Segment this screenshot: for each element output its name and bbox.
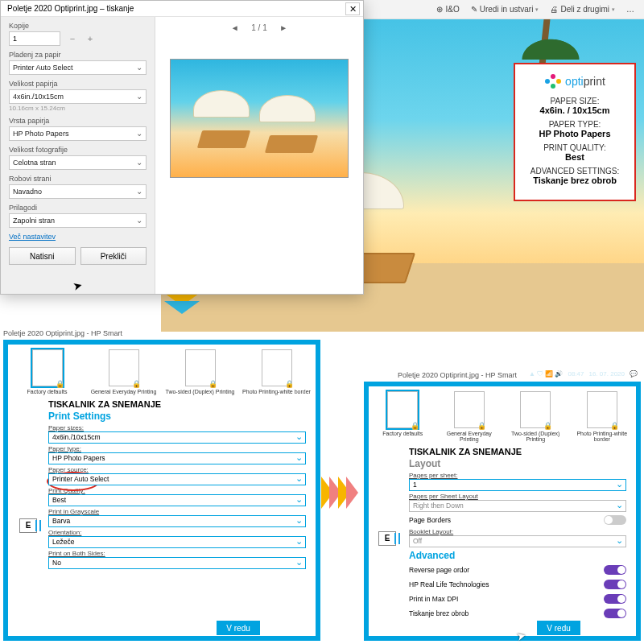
both-sides-select[interactable]: No bbox=[48, 557, 306, 569]
paper-source-select[interactable]: Printer Auto Select bbox=[48, 473, 306, 485]
preset-photo[interactable]: 🔒Photo Printing-white border bbox=[572, 391, 634, 442]
print-button[interactable]: Natisni bbox=[9, 247, 76, 265]
copies-minus[interactable]: − bbox=[67, 34, 78, 43]
orientation-select[interactable]: Ležeče bbox=[48, 536, 306, 548]
system-tray: ▲ 🛡 📶 🔊 08:47 16. 07. 2020 💬 bbox=[529, 367, 638, 380]
brand-logo: optiprint bbox=[520, 72, 630, 90]
grayscale-select[interactable]: Barva bbox=[48, 515, 306, 527]
window-title: Poletje 2020 Optiprint.jpg - HP Smart bbox=[398, 371, 517, 379]
more-settings-link[interactable]: Več nastavitev bbox=[9, 233, 147, 241]
print-preview bbox=[170, 59, 349, 178]
real-life-toggle[interactable] bbox=[604, 580, 626, 589]
fit-select[interactable]: Zapolni stran bbox=[9, 213, 147, 228]
paper-type-select[interactable]: HP Photo Papers bbox=[48, 452, 306, 464]
subsection-heading: Print Settings bbox=[8, 409, 316, 423]
preset-duplex[interactable]: 🔒Two-sided (Duplex) Printing bbox=[164, 349, 236, 394]
topbar-more[interactable]: … bbox=[626, 5, 634, 14]
booklet-layout-select[interactable]: Off bbox=[409, 535, 626, 547]
envelope-icon: E bbox=[19, 518, 37, 533]
sheet-layout-select[interactable]: Right then Down bbox=[409, 500, 626, 512]
topbar-item[interactable]: ⊕ I&O bbox=[436, 5, 459, 14]
paper-size-select[interactable]: 4x6in./10x15cm bbox=[9, 89, 147, 104]
preset-duplex[interactable]: 🔒Two-sided (Duplex) Printing bbox=[505, 391, 567, 442]
close-button[interactable]: ✕ bbox=[345, 2, 360, 15]
paper-type-select[interactable]: HP Photo Papers bbox=[9, 126, 147, 141]
preset-general[interactable]: 🔒General Everyday Printing bbox=[439, 391, 501, 442]
cancel-button[interactable]: Prekliči bbox=[266, 620, 312, 636]
paper-sizes-select[interactable]: 4x6in./10x15cm bbox=[48, 431, 306, 444]
ok-button[interactable]: V redu bbox=[216, 620, 260, 636]
max-dpi-toggle[interactable] bbox=[604, 594, 626, 604]
preset-factory-defaults[interactable]: 🔒Factory defaults bbox=[11, 349, 83, 394]
section-heading: TISKALNIK ZA SNEMANJE bbox=[369, 445, 636, 456]
pages-per-sheet-select[interactable]: 1 bbox=[409, 479, 626, 491]
ok-button[interactable]: V redu bbox=[536, 620, 580, 636]
print-quality-select[interactable]: Best bbox=[48, 494, 306, 506]
preset-photo[interactable]: 🔒Photo Printing-white border bbox=[241, 349, 312, 394]
preset-general[interactable]: 🔒General Everyday Printing bbox=[88, 349, 159, 394]
page-borders-toggle[interactable] bbox=[604, 515, 626, 525]
preset-row: 🔒Factory defaults 🔒General Everyday Prin… bbox=[8, 345, 316, 398]
window-title: Poletje 2020 Optiprint.jpg - HP Smart bbox=[3, 329, 122, 337]
info-card: optiprint PAPER SIZE:4x6in. / 10x15cm PA… bbox=[514, 63, 636, 201]
reverse-order-toggle[interactable] bbox=[604, 565, 626, 575]
cancel-button[interactable]: Prekliči bbox=[586, 620, 633, 636]
hp-smart-window-b: ▲ 🛡 📶 🔊 08:47 16. 07. 2020 💬 🔒Factory de… bbox=[364, 382, 641, 641]
hp-smart-window-a: 🔒Factory defaults 🔒General Everyday Prin… bbox=[3, 340, 320, 641]
photo-size-select[interactable]: Celotna stran bbox=[9, 155, 147, 170]
copies-plus[interactable]: + bbox=[85, 34, 96, 43]
cursor-icon: ➤ bbox=[72, 279, 85, 294]
print-dialog: Poletje 2020 Optiprint.jpg – tiskanje ✕ … bbox=[0, 0, 364, 295]
cancel-button[interactable]: Prekliči bbox=[80, 247, 147, 265]
subsection-heading: Advanced bbox=[369, 548, 636, 563]
topbar-item[interactable]: 🖨 Deli z drugimi ▾ bbox=[550, 5, 615, 14]
preset-factory-defaults[interactable]: 🔒Factory defaults bbox=[372, 391, 434, 442]
print-options-panel: Kopije − + Pladenj za papir Printer Auto… bbox=[1, 17, 155, 294]
page-indicator: ◄ 1 / 1 ► bbox=[231, 17, 287, 38]
copies-label: Kopije bbox=[9, 22, 147, 30]
chevron-right-icon bbox=[319, 477, 367, 509]
tray-select[interactable]: Printer Auto Select bbox=[9, 60, 147, 75]
dialog-title: Poletje 2020 Optiprint.jpg – tiskanje bbox=[7, 4, 134, 13]
edges-select[interactable]: Navadno bbox=[9, 184, 147, 199]
lock-icon: 🔒 bbox=[56, 380, 64, 388]
subsection-heading: Layout bbox=[369, 456, 636, 471]
borderless-toggle[interactable] bbox=[604, 609, 626, 618]
copies-input[interactable] bbox=[9, 31, 60, 46]
envelope-icon: E bbox=[378, 531, 396, 546]
topbar-item[interactable]: ✎ Uredi in ustvari ▾ bbox=[471, 5, 539, 14]
section-heading: TISKALNIK ZA SNEMANJE bbox=[8, 398, 316, 409]
